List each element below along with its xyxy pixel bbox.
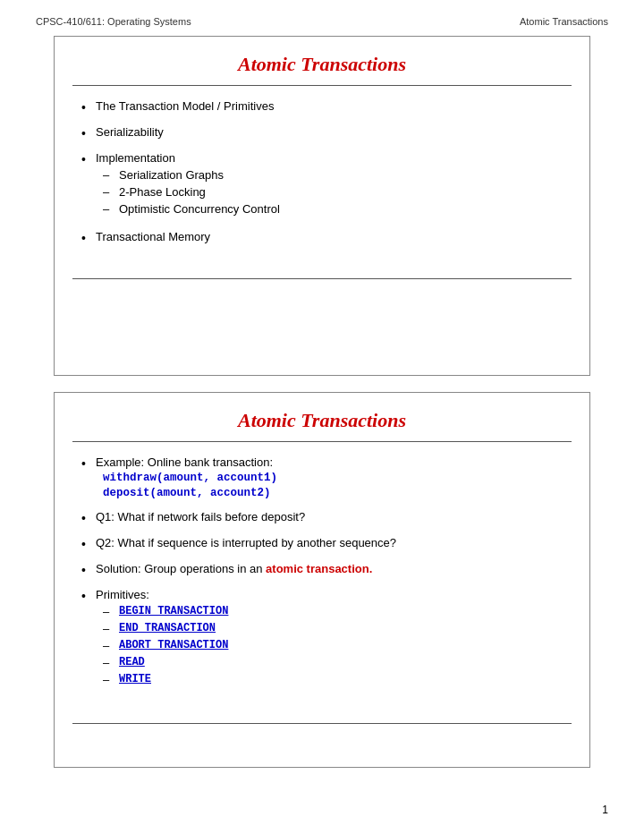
- sub-dash: –: [103, 639, 119, 652]
- list-item: • Example: Online bank transaction: with…: [81, 455, 563, 499]
- bullet-text: Transactional Memory: [96, 230, 563, 243]
- sub-dash: –: [103, 168, 119, 182]
- sub-dash: –: [103, 185, 119, 199]
- list-item: • Implementation – Serialization Graphs …: [81, 151, 563, 219]
- sub-text: Serialization Graphs: [119, 168, 224, 182]
- sub-dash: –: [103, 656, 119, 669]
- bullet-text: Q2: What if sequence is interrupted by a…: [96, 536, 563, 549]
- sub-list: – BEGIN_TRANSACTION – END_TRANSACTION – …: [103, 605, 563, 686]
- slide-2-content: • Example: Online bank transaction: with…: [55, 455, 589, 710]
- primitive-end: END_TRANSACTION: [119, 622, 216, 634]
- header-right: Atomic Transactions: [520, 16, 608, 27]
- sub-item: – Serialization Graphs: [103, 168, 563, 182]
- code-line-1: withdraw(amount, account1): [103, 472, 563, 484]
- list-item: • Q1: What if network fails before depos…: [81, 510, 563, 525]
- sub-list: – Serialization Graphs – 2-Phase Locking…: [103, 168, 563, 216]
- bullet-dot: •: [81, 537, 96, 551]
- sub-text: 2-Phase Locking: [119, 185, 206, 199]
- slide-1: Atomic Transactions • The Transaction Mo…: [54, 36, 590, 376]
- bullet-text: Serializability: [96, 125, 563, 139]
- bullet-text: Example: Online bank transaction: withdr…: [96, 455, 563, 499]
- primitive-abort: ABORT_TRANSACTION: [119, 639, 228, 651]
- sub-dash: –: [103, 605, 119, 618]
- page-number: 1: [602, 804, 608, 816]
- slide-1-title: Atomic Transactions: [55, 37, 589, 85]
- bullet-text: Primitives: – BEGIN_TRANSACTION – END_TR…: [96, 588, 563, 690]
- code-line-2: deposit(amount, account2): [103, 487, 563, 499]
- bullet-dot: •: [81, 589, 96, 603]
- sub-item: – READ: [103, 656, 563, 669]
- slide-2-title: Atomic Transactions: [55, 393, 589, 441]
- slide-1-top-divider: [72, 85, 572, 86]
- slide-2: Atomic Transactions • Example: Online ba…: [54, 392, 590, 768]
- list-item: • Primitives: – BEGIN_TRANSACTION – END_…: [81, 588, 563, 690]
- bullet-dot: •: [81, 511, 96, 525]
- slide-2-bottom-divider: [72, 723, 572, 724]
- sub-item: – END_TRANSACTION: [103, 622, 563, 635]
- slide-2-top-divider: [72, 441, 572, 442]
- sub-dash: –: [103, 202, 119, 216]
- list-item: • Solution: Group operations in an atomi…: [81, 562, 563, 577]
- primitive-begin: BEGIN_TRANSACTION: [119, 605, 228, 617]
- inline-red-text: atomic transaction.: [266, 562, 372, 575]
- bullet-text: Solution: Group operations in an atomic …: [96, 562, 563, 575]
- list-item: • Serializability: [81, 125, 563, 140]
- page-header: CPSC-410/611: Operating Systems Atomic T…: [0, 0, 644, 27]
- sub-text: Optimistic Concurrency Control: [119, 202, 280, 216]
- bullet-text: Implementation – Serialization Graphs – …: [96, 151, 563, 219]
- sub-item: – 2-Phase Locking: [103, 185, 563, 199]
- bullet-dot: •: [81, 100, 96, 115]
- bullet-dot: •: [81, 231, 96, 245]
- sub-dash: –: [103, 673, 119, 686]
- bullet-dot: •: [81, 563, 96, 577]
- list-item: • The Transaction Model / Primitives: [81, 99, 563, 115]
- sub-item: – WRITE: [103, 673, 563, 686]
- bullet-text: Q1: What if network fails before deposit…: [96, 510, 563, 523]
- primitive-read: READ: [119, 656, 145, 668]
- slide-1-content: • The Transaction Model / Primitives • S…: [55, 99, 589, 265]
- list-item: • Transactional Memory: [81, 230, 563, 245]
- slide-1-bottom-divider: [72, 278, 572, 279]
- sub-dash: –: [103, 622, 119, 635]
- bullet-dot: •: [81, 152, 96, 166]
- sub-item: – ABORT_TRANSACTION: [103, 639, 563, 652]
- bullet-text: The Transaction Model / Primitives: [96, 99, 563, 113]
- primitive-write: WRITE: [119, 673, 151, 685]
- bullet-dot: •: [81, 126, 96, 140]
- sub-item: – BEGIN_TRANSACTION: [103, 605, 563, 618]
- header-left: CPSC-410/611: Operating Systems: [36, 16, 191, 27]
- list-item: • Q2: What if sequence is interrupted by…: [81, 536, 563, 551]
- bullet-dot: •: [81, 456, 96, 471]
- sub-item: – Optimistic Concurrency Control: [103, 202, 563, 216]
